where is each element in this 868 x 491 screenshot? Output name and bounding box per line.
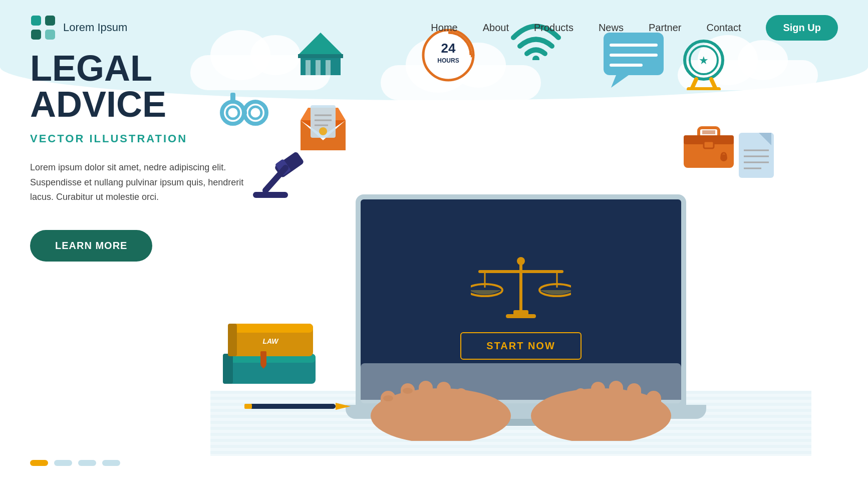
svg-rect-48 — [702, 130, 715, 134]
svg-marker-34 — [611, 75, 629, 88]
hero-left: LEGAL ADVICE VECTOR ILLUSTRATION Lorem i… — [30, 50, 260, 262]
pen-icon — [240, 399, 351, 416]
signup-button[interactable]: Sign Up — [766, 15, 838, 41]
nav-contact[interactable]: Contact — [707, 22, 741, 34]
svg-rect-47 — [704, 141, 714, 148]
law-books-icon: LAW — [220, 309, 321, 391]
nav-partner[interactable]: Partner — [649, 22, 682, 34]
svg-rect-83 — [437, 382, 451, 423]
svg-rect-6 — [316, 60, 321, 75]
svg-rect-90 — [609, 381, 623, 423]
nav-about[interactable]: About — [483, 22, 509, 34]
envelope-icon — [296, 100, 351, 157]
svg-rect-0 — [31, 16, 41, 26]
svg-rect-82 — [419, 381, 433, 423]
nav-home[interactable]: Home — [431, 22, 457, 34]
svg-rect-1 — [45, 16, 55, 26]
svg-point-85 — [383, 395, 393, 401]
hero-headline: LEGAL ADVICE — [30, 50, 260, 122]
svg-rect-91 — [591, 382, 605, 423]
svg-text:LAW: LAW — [262, 337, 279, 345]
svg-rect-7 — [326, 60, 331, 75]
svg-rect-66 — [245, 404, 336, 409]
svg-point-27 — [319, 127, 327, 135]
start-now-button[interactable]: START NOW — [460, 332, 582, 360]
svg-point-86 — [403, 388, 413, 394]
hands-typing — [351, 361, 691, 441]
hero-subtitle: VECTOR ILLUSTRATION — [30, 132, 260, 145]
svg-rect-50 — [722, 157, 725, 161]
svg-text:★: ★ — [699, 54, 709, 67]
svg-rect-5 — [306, 60, 311, 75]
logo: Lorem Ipsum — [30, 15, 127, 41]
svg-rect-64 — [260, 351, 266, 365]
svg-marker-67 — [336, 403, 351, 410]
dot-4[interactable] — [102, 460, 120, 466]
briefcase-icon — [681, 120, 736, 172]
svg-rect-61 — [228, 324, 313, 333]
svg-rect-89 — [627, 383, 641, 423]
svg-rect-68 — [244, 404, 252, 409]
svg-point-32 — [532, 56, 539, 60]
scales-of-justice-icon — [471, 240, 571, 322]
learn-more-button[interactable]: LEARN MORE — [30, 230, 152, 262]
svg-rect-72 — [478, 270, 563, 273]
dot-2[interactable] — [54, 460, 72, 466]
svg-rect-88 — [646, 391, 661, 426]
svg-rect-3 — [45, 30, 55, 40]
hero-description: Lorem ipsum dolor sit amet, nedre adipis… — [30, 160, 260, 205]
nav-products[interactable]: Products — [534, 22, 573, 34]
svg-text:HOURS: HOURS — [437, 57, 459, 64]
svg-rect-92 — [574, 388, 587, 422]
pagination-dots — [30, 460, 120, 466]
logo-icon — [30, 15, 56, 41]
nav-news[interactable]: News — [599, 22, 624, 34]
navigation: Home About Products News Partner Contact… — [431, 15, 838, 41]
svg-line-18 — [265, 168, 285, 190]
header: Lorem Ipsum Home About Products News Par… — [0, 0, 868, 55]
svg-rect-62 — [228, 324, 237, 356]
logo-text: Lorem Ipsum — [63, 21, 127, 34]
svg-rect-70 — [506, 314, 536, 318]
svg-rect-2 — [31, 30, 41, 40]
dot-1[interactable] — [30, 460, 48, 466]
svg-rect-84 — [455, 388, 467, 422]
svg-point-73 — [517, 257, 525, 265]
svg-rect-71 — [519, 260, 522, 313]
laptop: START NOW — [346, 194, 696, 426]
document-page-icon — [736, 130, 776, 182]
svg-rect-59 — [223, 354, 233, 384]
dot-3[interactable] — [78, 460, 96, 466]
